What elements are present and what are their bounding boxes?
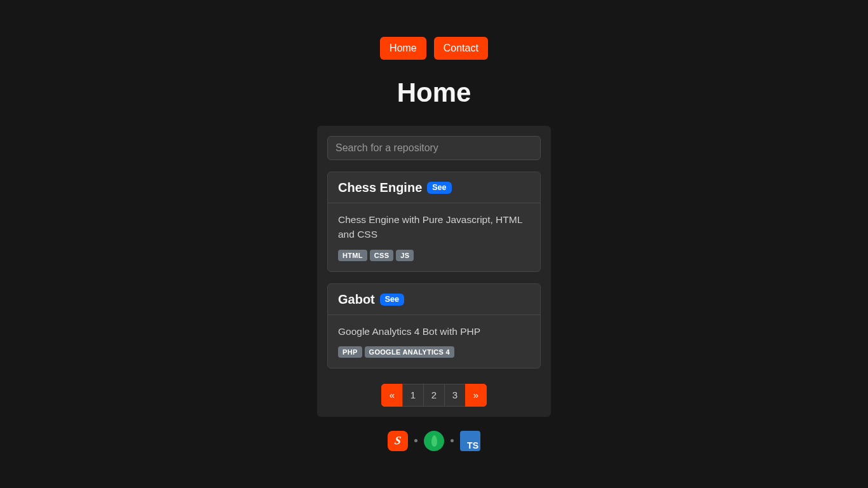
- repo-panel: Chess Engine See Chess Engine with Pure …: [317, 126, 551, 417]
- page-title: Home: [397, 78, 471, 108]
- page-prev[interactable]: «: [381, 384, 403, 407]
- repo-tags: HTML CSS JS: [338, 250, 530, 261]
- repo-title: Chess Engine: [338, 180, 422, 195]
- pagination: « 1 2 3 »: [327, 384, 541, 407]
- tag: CSS: [370, 250, 394, 261]
- tag: JS: [396, 250, 414, 261]
- tag: GOOGLE ANALYTICS 4: [365, 346, 454, 358]
- page-3[interactable]: 3: [444, 384, 466, 407]
- repo-card: Gabot See Google Analytics 4 Bot with PH…: [327, 283, 541, 369]
- typescript-icon: TS: [460, 431, 480, 451]
- nav-contact-button[interactable]: Contact: [434, 37, 488, 60]
- repo-description: Google Analytics 4 Bot with PHP: [338, 324, 530, 339]
- repo-card-header: Chess Engine See: [328, 172, 540, 203]
- tag: PHP: [338, 346, 362, 358]
- nav-home-button[interactable]: Home: [380, 37, 426, 60]
- mongodb-icon: [424, 431, 444, 451]
- repo-card-header: Gabot See: [328, 284, 540, 315]
- svelte-icon: S: [388, 431, 408, 451]
- see-button[interactable]: See: [427, 182, 451, 194]
- separator-dot: [451, 439, 454, 442]
- page-next[interactable]: »: [465, 384, 487, 407]
- separator-dot: [414, 439, 417, 442]
- top-nav: Home Contact: [380, 37, 488, 60]
- page-2[interactable]: 2: [423, 384, 445, 407]
- tech-footer: S TS: [388, 431, 480, 451]
- repo-card: Chess Engine See Chess Engine with Pure …: [327, 172, 541, 272]
- repo-tags: PHP GOOGLE ANALYTICS 4: [338, 346, 530, 358]
- tag: HTML: [338, 250, 367, 261]
- page-1[interactable]: 1: [402, 384, 424, 407]
- see-button[interactable]: See: [380, 294, 404, 306]
- repo-description: Chess Engine with Pure Javascript, HTML …: [338, 212, 530, 242]
- search-input[interactable]: [327, 136, 541, 160]
- repo-title: Gabot: [338, 292, 375, 307]
